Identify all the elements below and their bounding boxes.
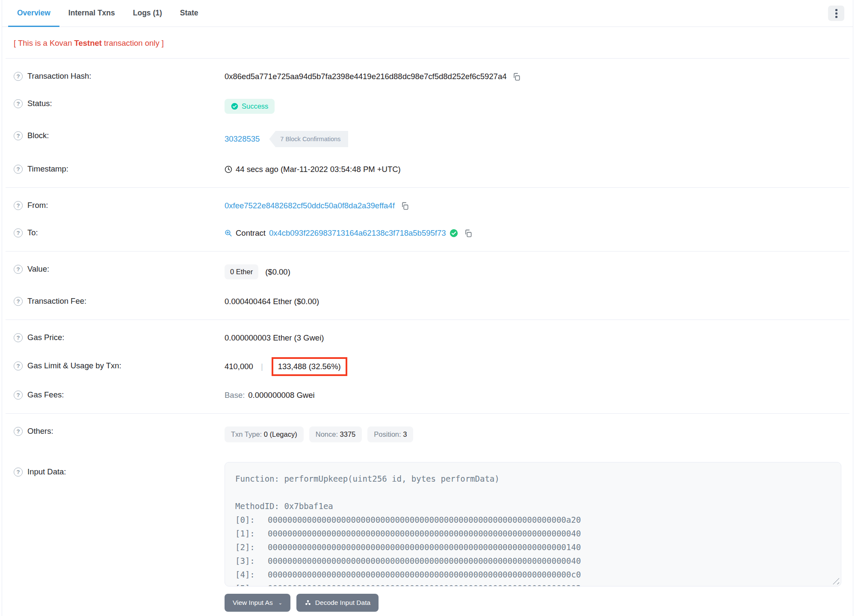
gas-usage-annotation-box: 133,488 (32.56%) [272, 357, 347, 376]
help-icon[interactable]: ? [14, 427, 23, 436]
row-status: ? Status: Success [14, 90, 841, 122]
help-icon[interactable]: ? [14, 391, 23, 400]
row-gas-fees: ? Gas Fees: Base: 0.000000008 Gwei [14, 382, 841, 409]
help-icon[interactable]: ? [14, 297, 23, 306]
transaction-hash-label: Transaction Hash: [27, 71, 91, 81]
block-confirmations-badge: 7 Block Confirmations [269, 131, 348, 147]
decode-icon [305, 599, 311, 606]
timestamp-value: 44 secs ago (Mar-11-2022 03:54:48 PM +UT… [236, 165, 401, 174]
from-label: From: [27, 201, 48, 210]
row-transaction-hash: ? Transaction Hash: 0x86ed5a771e725aa94d… [14, 63, 841, 90]
section-addresses: ? From: 0xfee7522e8482682cf50ddc50a0f8da… [2, 188, 853, 251]
help-icon[interactable]: ? [14, 201, 23, 210]
gas-limit-value: 410,000 [225, 362, 253, 371]
value-label: Value: [27, 264, 49, 274]
gas-price-value: 0.000000003 Ether (3 Gwei) [225, 333, 324, 343]
row-block: ? Block: 30328535 7 Block Confirmations [14, 122, 841, 156]
to-label: To: [27, 228, 38, 237]
transaction-fee-value: 0.000400464 Ether ($0.00) [225, 297, 319, 306]
row-timestamp: ? Timestamp: 44 secs ago (Mar-11-2022 03… [14, 156, 841, 183]
input-data-textarea[interactable]: Function: performUpkeep(uint256 id, byte… [225, 462, 841, 586]
gas-fees-base-label: Base: [225, 391, 245, 400]
help-icon[interactable]: ? [14, 99, 23, 108]
verified-check-icon [450, 229, 458, 237]
timestamp-label: Timestamp: [27, 164, 68, 174]
gas-limit-label: Gas Limit & Usage by Txn: [27, 361, 121, 370]
help-icon[interactable]: ? [14, 265, 23, 274]
section-others-input: ? Others: Txn Type: 0 (Legacy) Nonce: 33… [2, 414, 853, 616]
block-number-link[interactable]: 30328535 [225, 134, 260, 144]
input-blank-line [235, 486, 831, 499]
to-address-link[interactable]: 0x4cb093f226983713164a62138c3f718a5b595f… [269, 228, 446, 238]
section-value: ? Value: 0 Ether ($0.00) ? Transaction F… [2, 252, 853, 320]
decode-input-data-button[interactable]: Decode Input Data [296, 594, 379, 612]
chevron-down-icon: ⌄ [278, 600, 282, 606]
tab-state[interactable]: State [171, 0, 207, 27]
block-label: Block: [27, 131, 49, 140]
tab-internal-txns[interactable]: Internal Txns [59, 0, 124, 27]
others-label: Others: [27, 426, 53, 436]
row-gas-price: ? Gas Price: 0.000000003 Ether (3 Gwei) [14, 324, 841, 352]
input-word-row: [5]:000000000000000000000000000000000000… [235, 581, 831, 586]
resize-handle[interactable] [833, 578, 839, 584]
help-icon[interactable]: ? [14, 468, 23, 477]
section-summary: ? Transaction Hash: 0x86ed5a771e725aa94d… [2, 59, 853, 187]
gas-fees-label: Gas Fees: [27, 390, 64, 400]
help-icon[interactable]: ? [14, 333, 23, 342]
row-to: ? To: Contract 0x4cb093f226983713164a621… [14, 219, 841, 247]
help-icon[interactable]: ? [14, 228, 23, 237]
input-word-row: [2]:000000000000000000000000000000000000… [235, 540, 831, 554]
row-value: ? Value: 0 Ether ($0.00) [14, 256, 841, 288]
row-from: ? From: 0xfee7522e8482682cf50ddc50a0f8da… [14, 192, 841, 219]
fiat-value: ($0.00) [265, 267, 290, 277]
section-gas: ? Gas Price: 0.000000003 Ether (3 Gwei) … [2, 320, 853, 413]
transaction-fee-label: Transaction Fee: [27, 296, 86, 306]
position-badge: Position: 3 [367, 426, 413, 442]
gas-usage-value: 133,488 (32.56%) [278, 362, 341, 371]
view-input-as-button[interactable]: View Input As⌄ [225, 594, 290, 612]
input-word-row: [4]:000000000000000000000000000000000000… [235, 568, 831, 581]
ether-value-badge: 0 Ether [225, 264, 258, 279]
check-circle-icon [231, 103, 238, 110]
testnet-notice: [ This is a Kovan Testnet transaction on… [2, 27, 853, 58]
row-gas-limit-usage: ? Gas Limit & Usage by Txn: 410,000 | 13… [14, 352, 841, 382]
gas-price-label: Gas Price: [27, 333, 64, 342]
to-kind: Contract [236, 228, 266, 238]
copy-icon[interactable] [401, 202, 409, 210]
help-icon[interactable]: ? [14, 165, 23, 174]
row-input-data: ? Input Data: Function: performUpkeep(ui… [14, 451, 841, 616]
help-icon[interactable]: ? [14, 72, 23, 81]
help-icon[interactable]: ? [14, 361, 23, 370]
input-word-row: [1]:000000000000000000000000000000000000… [235, 527, 831, 540]
from-address-link[interactable]: 0xfee7522e8482682cf50ddc50a0f8da2a39effa… [225, 201, 395, 210]
copy-icon[interactable] [512, 73, 521, 81]
clock-icon [225, 166, 232, 173]
input-word-row: [0]:000000000000000000000000000000000000… [235, 513, 831, 527]
input-word-row: [3]:000000000000000000000000000000000000… [235, 554, 831, 568]
copy-icon[interactable] [464, 229, 472, 237]
row-others: ? Others: Txn Type: 0 (Legacy) Nonce: 33… [14, 418, 841, 451]
row-transaction-fee: ? Transaction Fee: 0.000400464 Ether ($0… [14, 288, 841, 315]
kebab-menu-button[interactable] [828, 6, 844, 21]
help-icon[interactable]: ? [14, 131, 23, 140]
tab-bar: Overview Internal Txns Logs (1) State [2, 0, 853, 27]
tab-overview[interactable]: Overview [8, 0, 59, 27]
input-methodid-line: MethodID: 0x7bbaf1ea [235, 499, 831, 513]
input-function-line: Function: performUpkeep(uint256 id, byte… [235, 472, 831, 486]
magnifier-plus-icon[interactable] [225, 229, 232, 237]
gas-fees-base-value: 0.000000008 Gwei [248, 391, 314, 400]
separator: | [261, 362, 263, 371]
status-label: Status: [27, 99, 52, 108]
txn-type-badge: Txn Type: 0 (Legacy) [225, 426, 304, 442]
input-data-label: Input Data: [27, 467, 66, 477]
transaction-card: Overview Internal Txns Logs (1) State [ … [2, 0, 853, 616]
nonce-badge: Nonce: 3375 [309, 426, 362, 442]
status-badge: Success [225, 99, 275, 114]
tab-logs[interactable]: Logs (1) [124, 0, 171, 27]
transaction-hash-value: 0x86ed5a771e725aa94d5b7fa2398e4419e216d8… [225, 72, 506, 81]
